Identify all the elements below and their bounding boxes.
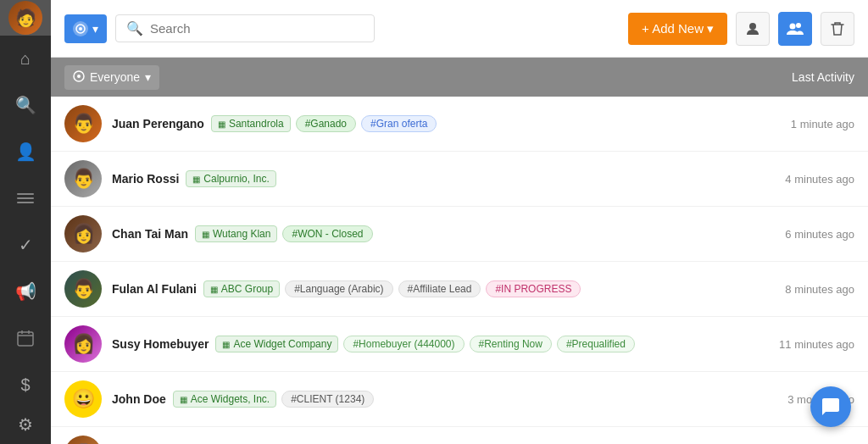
- sidebar-item-settings[interactable]: ⚙: [0, 408, 51, 441]
- svg-rect-3: [18, 332, 33, 346]
- avatar-circle: 🧑: [8, 1, 42, 35]
- contact-tag[interactable]: #Language (Arabic): [285, 280, 392, 297]
- svg-rect-1: [17, 197, 34, 199]
- last-activity: 6 minutes ago: [761, 228, 854, 241]
- search-box: 🔍: [115, 14, 375, 42]
- filter-dropdown-icon: ▾: [92, 22, 98, 36]
- sidebar-item-finance[interactable]: $: [0, 362, 51, 408]
- company-icon: ▦: [218, 119, 225, 129]
- last-activity: 4 minutes ago: [761, 173, 854, 186]
- contact-name: Susy Homebuyer: [112, 337, 209, 351]
- company-icon: ▦: [192, 175, 200, 184]
- filter-icon: [73, 21, 88, 36]
- search-icon: 🔍: [126, 20, 143, 36]
- contact-tag[interactable]: #IN PROGRESS: [486, 280, 581, 297]
- svg-point-8: [79, 27, 82, 31]
- contact-tag[interactable]: #Prequalified: [557, 336, 635, 352]
- sidebar-nav: ⌂ 🔍 👤 ✓ 📢 $: [0, 36, 51, 408]
- delete-button[interactable]: [821, 12, 854, 46]
- last-activity-header: Last Activity: [792, 70, 854, 84]
- contact-row[interactable]: 👨Mario Rossi▦ Calpurnio, Inc.4 minutes a…: [51, 152, 868, 207]
- contact-avatar: 👨: [64, 270, 102, 308]
- company-badge[interactable]: ▦ ABC Group: [203, 280, 280, 297]
- company-badge[interactable]: ▦ Santandrola: [211, 115, 291, 132]
- content-area: Everyone ▾ Last Activity 👨Juan Perengano…: [51, 58, 868, 444]
- view-person-button[interactable]: [736, 12, 770, 46]
- company-badge[interactable]: ▦ Calpurnio, Inc.: [186, 170, 275, 187]
- contact-row[interactable]: 🤠Roger V▦ SwiftCloud#Vendor3 months ago: [51, 427, 868, 444]
- search-input[interactable]: [150, 21, 364, 36]
- subheader: Everyone ▾ Last Activity: [51, 58, 868, 97]
- contact-info: Chan Tai Man▦ Wutang Klan#WON - Closed: [112, 225, 751, 242]
- everyone-label: Everyone: [90, 70, 140, 84]
- company-badge[interactable]: ▦ Ace Widgets, Inc.: [173, 391, 276, 408]
- contact-name: Chan Tai Man: [112, 227, 188, 241]
- contact-name: Mario Rossi: [112, 172, 179, 186]
- add-new-button[interactable]: + Add New ▾: [628, 13, 727, 45]
- svg-rect-0: [17, 193, 34, 195]
- sidebar-item-home[interactable]: ⌂: [0, 36, 51, 82]
- contact-tag[interactable]: #Affiliate Lead: [398, 280, 481, 297]
- contact-avatar: 🤠: [64, 436, 102, 444]
- filter-button[interactable]: ▾: [64, 14, 107, 43]
- contact-avatar: 😀: [64, 380, 102, 418]
- everyone-dropdown-icon: ▾: [145, 70, 151, 84]
- svg-point-9: [749, 23, 756, 30]
- contact-avatar: 👨: [64, 160, 102, 197]
- company-icon: ▦: [202, 230, 209, 239]
- contact-info: Susy Homebuyer▦ Ace Widget Company#Homeb…: [112, 336, 751, 352]
- add-new-label: + Add New: [642, 21, 704, 36]
- everyone-filter-button[interactable]: Everyone ▾: [64, 65, 159, 90]
- contact-info: John Doe▦ Ace Widgets, Inc.#CLIENT (1234…: [112, 391, 751, 408]
- contact-tag[interactable]: #WON - Closed: [282, 225, 372, 242]
- chat-bubble-button[interactable]: [810, 386, 851, 427]
- last-activity: 11 minutes ago: [761, 338, 854, 351]
- sidebar-item-calendar[interactable]: [0, 315, 51, 362]
- svg-point-10: [790, 23, 796, 29]
- contact-info: Mario Rossi▦ Calpurnio, Inc.: [112, 170, 751, 187]
- contact-tag[interactable]: #Gran oferta: [361, 115, 437, 132]
- contact-avatar: 👩: [64, 215, 102, 253]
- sidebar-item-contacts[interactable]: 👤: [0, 129, 51, 175]
- contact-list: 👨Juan Perengano▦ Santandrola#Ganado#Gran…: [51, 97, 868, 444]
- user-avatar[interactable]: 🧑: [0, 0, 51, 36]
- sidebar: 🧑 ⌂ 🔍 👤 ✓ 📢 $ ⚙: [0, 0, 51, 444]
- svg-point-11: [796, 23, 801, 28]
- contact-row[interactable]: 👩Chan Tai Man▦ Wutang Klan#WON - Closed6…: [51, 207, 868, 262]
- contact-row[interactable]: 👨Juan Perengano▦ Santandrola#Ganado#Gran…: [51, 97, 868, 152]
- contact-row[interactable]: 👩Susy Homebuyer▦ Ace Widget Company#Home…: [51, 317, 868, 372]
- svg-rect-2: [17, 202, 34, 203]
- contact-avatar: 👨: [64, 105, 102, 142]
- svg-point-13: [77, 75, 81, 78]
- contact-info: Fulan Al Fulani▦ ABC Group#Language (Ara…: [112, 280, 751, 297]
- contact-row[interactable]: 👨Fulan Al Fulani▦ ABC Group#Language (Ar…: [51, 262, 868, 317]
- topbar: ▾ 🔍 + Add New ▾: [51, 0, 868, 58]
- contact-info: Juan Perengano▦ Santandrola#Ganado#Gran …: [112, 115, 751, 132]
- contact-name: Fulan Al Fulani: [112, 282, 197, 296]
- company-icon: ▦: [222, 340, 230, 349]
- contact-tag[interactable]: #Renting Now: [470, 336, 552, 352]
- contact-name: John Doe: [112, 392, 166, 406]
- contact-avatar: 👩: [64, 325, 102, 363]
- company-badge[interactable]: ▦ Ace Widget Company: [215, 336, 338, 352]
- main-content: ▾ 🔍 + Add New ▾ Everyone: [51, 0, 868, 444]
- contact-tag[interactable]: #CLIENT (1234): [281, 391, 374, 408]
- everyone-icon: [73, 70, 85, 85]
- last-activity: 8 minutes ago: [761, 283, 854, 296]
- last-activity: 1 minute ago: [761, 118, 854, 130]
- company-icon: ▦: [180, 395, 187, 404]
- contact-name: Juan Perengano: [112, 117, 204, 130]
- contact-row[interactable]: 😀John Doe▦ Ace Widgets, Inc.#CLIENT (123…: [51, 372, 868, 427]
- sidebar-item-layers[interactable]: [0, 175, 51, 222]
- sidebar-item-campaigns[interactable]: 📢: [0, 269, 51, 315]
- company-icon: ▦: [210, 285, 218, 294]
- contact-tag[interactable]: #Ganado: [296, 115, 356, 132]
- sidebar-item-search[interactable]: 🔍: [0, 82, 51, 129]
- contact-tag[interactable]: #Homebuyer (444000): [343, 336, 464, 352]
- sidebar-item-tasks[interactable]: ✓: [0, 222, 51, 269]
- add-new-dropdown-icon: ▾: [707, 21, 714, 36]
- company-badge[interactable]: ▦ Wutang Klan: [195, 225, 278, 242]
- view-group-button[interactable]: [778, 12, 812, 46]
